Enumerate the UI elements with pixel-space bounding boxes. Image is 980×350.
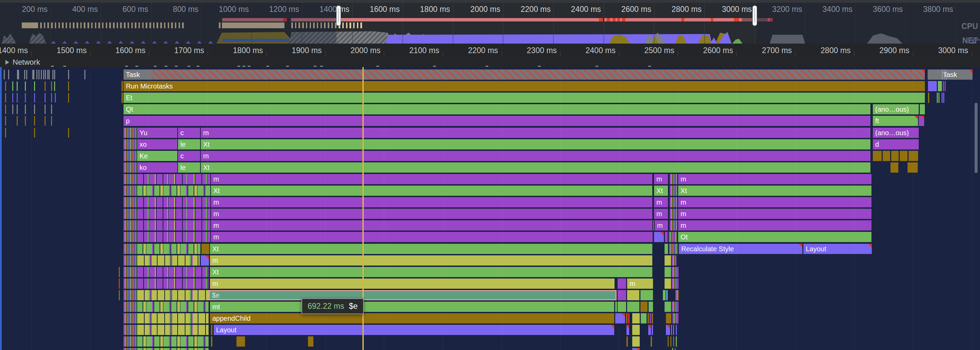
- flame-event[interactable]: [124, 244, 137, 254]
- flame-event[interactable]: [669, 244, 678, 254]
- flame-event[interactable]: [666, 290, 668, 300]
- flame-event[interactable]: [124, 128, 137, 138]
- flame-event[interactable]: [648, 325, 651, 335]
- flame-event[interactable]: [670, 220, 677, 230]
- flame-event[interactable]: [308, 336, 313, 347]
- flame-event[interactable]: [675, 290, 679, 300]
- flame-event[interactable]: [920, 104, 925, 114]
- flame-event[interactable]: [137, 336, 208, 347]
- flame-event[interactable]: [883, 151, 890, 161]
- flame-event[interactable]: [672, 313, 679, 323]
- flame-event[interactable]: [938, 81, 942, 91]
- flame-event[interactable]: [632, 313, 640, 323]
- flame-event[interactable]: [891, 162, 898, 173]
- tiny-task-sliver[interactable]: [38, 70, 40, 79]
- flame-event-layout[interactable]: Layout: [214, 325, 614, 335]
- flame-event[interactable]: [124, 348, 137, 350]
- flame-event[interactable]: [632, 348, 640, 350]
- flame-event-m[interactable]: m: [678, 220, 872, 230]
- flame-event[interactable]: [124, 325, 137, 335]
- flame-event[interactable]: [137, 290, 208, 300]
- flame-event-m[interactable]: m: [654, 209, 668, 219]
- flame-event-mt[interactable]: mt: [210, 302, 614, 312]
- flame-event[interactable]: [124, 302, 137, 312]
- flame-event[interactable]: [119, 278, 120, 289]
- flame-event-p[interactable]: p: [124, 116, 870, 126]
- flame-event-c[interactable]: c: [178, 151, 200, 161]
- tiny-task-sliver[interactable]: [25, 104, 26, 114]
- tiny-task-sliver[interactable]: [54, 82, 55, 91]
- flame-event[interactable]: [124, 174, 137, 184]
- flame-event[interactable]: [672, 267, 679, 277]
- flame-event[interactable]: [627, 325, 629, 335]
- flame-event-c[interactable]: c: [178, 128, 200, 138]
- tiny-task-sliver[interactable]: [34, 116, 35, 126]
- flame-event[interactable]: [627, 336, 628, 347]
- flame-event[interactable]: [663, 290, 666, 300]
- flame-event-m[interactable]: m: [201, 151, 870, 161]
- flame-event[interactable]: [672, 278, 679, 289]
- flame-event[interactable]: [124, 197, 137, 207]
- flame-event[interactable]: [124, 336, 137, 347]
- flame-event[interactable]: [121, 93, 123, 103]
- tiny-task-sliver[interactable]: [25, 116, 26, 126]
- flame-event[interactable]: [124, 185, 137, 196]
- tiny-task-sliver[interactable]: [34, 128, 35, 137]
- flame-event[interactable]: [654, 232, 664, 242]
- flame-event-yu[interactable]: Yu: [137, 128, 177, 138]
- tiny-task-sliver[interactable]: [18, 70, 19, 79]
- flame-event[interactable]: [944, 69, 945, 80]
- flame-event[interactable]: [649, 313, 651, 323]
- flame-event[interactable]: [672, 302, 679, 312]
- flame-event[interactable]: [672, 255, 676, 265]
- tiny-task-sliver[interactable]: [68, 82, 69, 91]
- flame-event[interactable]: [124, 290, 137, 300]
- tiny-task-sliver[interactable]: [68, 93, 69, 102]
- tiny-task-sliver[interactable]: [37, 70, 37, 79]
- flame-event[interactable]: [937, 93, 938, 103]
- tiny-task-sliver[interactable]: [41, 70, 42, 79]
- flame-event[interactable]: [669, 232, 677, 242]
- tiny-task-sliver[interactable]: [51, 116, 52, 126]
- window-handle-right[interactable]: [752, 5, 757, 26]
- flame-event[interactable]: [124, 267, 137, 277]
- flame-event[interactable]: [673, 325, 674, 335]
- flame-event[interactable]: [211, 325, 212, 335]
- flame-event-task[interactable]: Task: [928, 69, 972, 80]
- flame-event[interactable]: [627, 290, 640, 300]
- flame-event-m[interactable]: m: [654, 174, 668, 184]
- flame-event-anoous[interactable]: (ano…ous): [873, 128, 919, 138]
- flame-event[interactable]: [665, 232, 668, 242]
- flame-event[interactable]: [640, 302, 648, 312]
- flame-event[interactable]: [653, 220, 654, 230]
- flame-event[interactable]: [119, 290, 120, 300]
- tiny-task-sliver[interactable]: [12, 82, 13, 91]
- tiny-task-sliver[interactable]: [4, 70, 5, 79]
- flame-event[interactable]: [670, 197, 677, 207]
- flame-event-m[interactable]: m: [211, 209, 652, 219]
- tiny-task-sliver[interactable]: [47, 70, 48, 79]
- tiny-task-sliver[interactable]: [34, 82, 35, 91]
- window-handle-left[interactable]: [336, 5, 341, 26]
- flame-event[interactable]: [124, 151, 137, 161]
- flame-event-le[interactable]: le: [178, 139, 200, 149]
- flame-event[interactable]: [137, 348, 208, 350]
- tiny-task-sliver[interactable]: [5, 116, 6, 126]
- flame-event[interactable]: [649, 302, 653, 312]
- flame-event[interactable]: [648, 313, 649, 323]
- tiny-task-sliver[interactable]: [84, 70, 86, 79]
- flame-event-m[interactable]: m: [201, 128, 870, 138]
- flame-event[interactable]: [668, 336, 669, 347]
- flame-event-m[interactable]: m: [678, 174, 872, 184]
- flame-event[interactable]: [137, 209, 210, 219]
- tiny-task-sliver[interactable]: [51, 82, 52, 91]
- flame-event[interactable]: [137, 174, 210, 184]
- tiny-task-sliver[interactable]: [12, 93, 13, 102]
- flame-event-anoous[interactable]: (ano…ous): [873, 104, 919, 114]
- tiny-task-sliver[interactable]: [25, 82, 26, 91]
- flame-event[interactable]: [670, 336, 671, 347]
- flame-event[interactable]: [908, 151, 918, 161]
- flame-event[interactable]: [617, 278, 626, 289]
- flame-event-xo[interactable]: xo: [137, 139, 177, 149]
- flame-chart[interactable]: 692.22 ms $e TaskTaskRun MicrotasksEtQt(…: [0, 67, 980, 350]
